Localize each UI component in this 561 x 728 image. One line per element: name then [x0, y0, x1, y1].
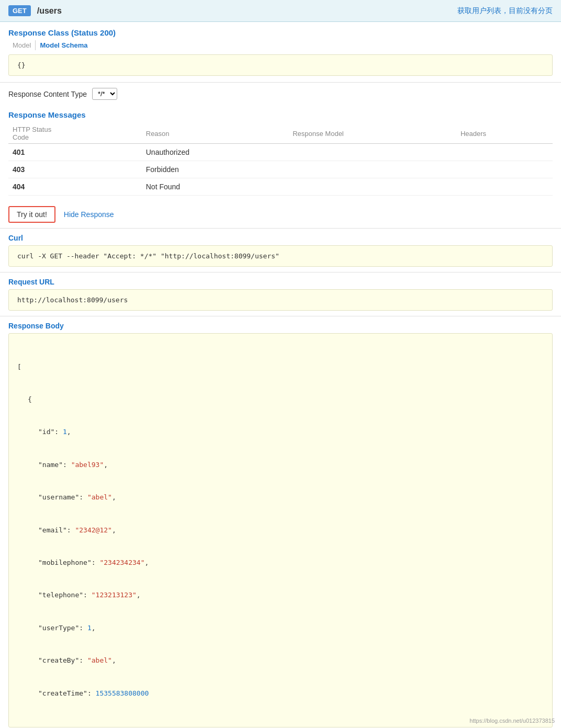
- table-row: 401 Unauthorized: [8, 144, 553, 161]
- cell-reason: Forbidden: [142, 161, 288, 178]
- request-url-title: Request URL: [8, 278, 553, 286]
- cell-reason: Not Found: [142, 178, 288, 196]
- col-headers: Headers: [456, 123, 553, 144]
- endpoint-description: 获取用户列表，目前没有分页: [457, 6, 553, 16]
- table-header-row: HTTP StatusCode Reason Response Model He…: [8, 123, 553, 144]
- cell-model: [288, 144, 456, 161]
- cell-status: 404: [8, 178, 142, 196]
- actions-row: Try it out! Hide Response: [0, 201, 561, 229]
- curl-title: Curl: [8, 234, 553, 242]
- cell-model: [288, 161, 456, 178]
- content-type-label: Response Content Type: [8, 90, 87, 98]
- response-messages-title: Response Messages: [8, 110, 553, 119]
- schema-content: {}: [8, 54, 553, 76]
- method-badge: GET: [8, 5, 31, 16]
- response-messages-section: Response Messages HTTP StatusCode Reason…: [0, 105, 561, 201]
- curl-section: Curl curl -X GET --header "Accept: */*" …: [0, 229, 561, 272]
- tab-model[interactable]: Model: [8, 40, 36, 50]
- content-type-row: Response Content Type */*: [0, 83, 561, 105]
- response-messages-table: HTTP StatusCode Reason Response Model He…: [8, 123, 553, 196]
- request-url-section: Request URL http://localhost:8099/users: [0, 272, 561, 316]
- cell-headers: [456, 178, 553, 196]
- endpoint-header: GET /users 获取用户列表，目前没有分页: [0, 0, 561, 22]
- table-row: 404 Not Found: [8, 178, 553, 196]
- try-it-out-button[interactable]: Try it out!: [8, 206, 55, 223]
- response-body-section: Response Body [ { "id": 1, "name": "abel…: [0, 316, 561, 728]
- response-messages-tbody: 401 Unauthorized 403 Forbidden 404 Not F…: [8, 144, 553, 196]
- model-tabs: Model Model Schema: [8, 40, 553, 50]
- cell-model: [288, 178, 456, 196]
- response-body-title: Response Body: [8, 322, 553, 330]
- response-class-section: Response Class (Status 200) Model Model …: [0, 22, 561, 83]
- cell-status: 403: [8, 161, 142, 178]
- watermark: https://blog.csdn.net/u012373815: [469, 718, 555, 724]
- endpoint-path: /users: [37, 6, 62, 16]
- table-row: 403 Forbidden: [8, 161, 553, 178]
- endpoint-left: GET /users: [8, 5, 62, 16]
- page-wrapper: GET /users 获取用户列表，目前没有分页 Response Class …: [0, 0, 561, 728]
- col-status: HTTP StatusCode: [8, 123, 142, 144]
- response-body-content: [ { "id": 1, "name": "abel93", "username…: [8, 333, 553, 727]
- col-model: Response Model: [288, 123, 456, 144]
- hide-response-link[interactable]: Hide Response: [64, 210, 114, 219]
- response-class-title: Response Class (Status 200): [8, 28, 553, 37]
- cell-status: 401: [8, 144, 142, 161]
- cell-reason: Unauthorized: [142, 144, 288, 161]
- curl-command: curl -X GET --header "Accept: */*" "http…: [8, 245, 553, 267]
- cell-headers: [456, 144, 553, 161]
- content-type-select[interactable]: */*: [92, 88, 117, 100]
- col-reason: Reason: [142, 123, 288, 144]
- tab-model-schema[interactable]: Model Schema: [36, 40, 92, 50]
- request-url-value: http://localhost:8099/users: [8, 289, 553, 311]
- cell-headers: [456, 161, 553, 178]
